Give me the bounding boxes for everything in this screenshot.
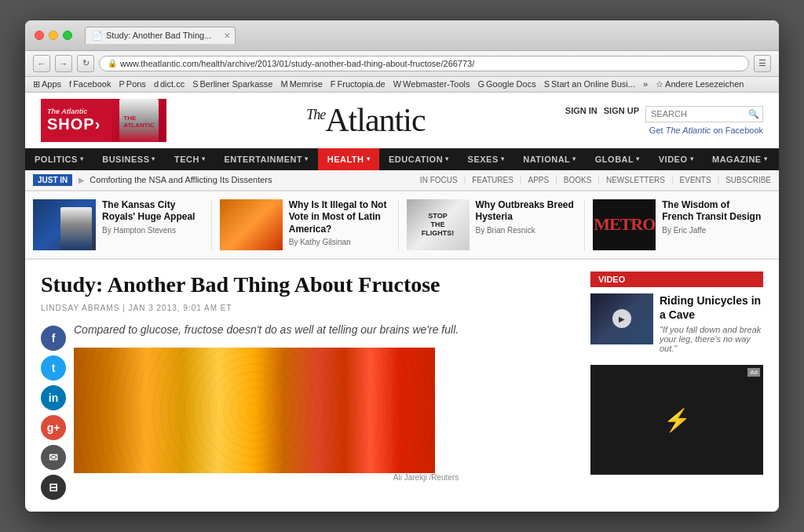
featured-title-latin: Why Is It Illegal to Not Vote in Most of… <box>289 199 390 236</box>
article-summary: Compared to glucose, fructose doesn't do… <box>74 322 459 338</box>
browser-tab[interactable]: 📄 Study: Another Bad Thing... ✕ <box>85 27 236 44</box>
chevron-down-icon: ▾ <box>367 155 371 162</box>
forward-button[interactable]: → <box>55 55 72 72</box>
refresh-button[interactable]: ↻ <box>77 55 94 72</box>
nav-entertainment[interactable]: ENTERTAINMENT▾ <box>214 148 317 170</box>
shop-label: SHOP› <box>47 115 100 133</box>
nav-global[interactable]: GLOBAL▾ <box>586 148 649 170</box>
link-books[interactable]: BOOKS <box>564 176 592 184</box>
back-button[interactable]: ← <box>33 55 50 72</box>
chevron-down-icon: ▾ <box>572 155 576 162</box>
search-icon[interactable]: 🔍 <box>748 109 759 119</box>
featured-item-metro[interactable]: METRO The Wisdom of French Transit Desig… <box>593 199 771 250</box>
social-google-button[interactable]: g+ <box>41 415 66 440</box>
search-bar[interactable]: 🔍 <box>645 106 763 122</box>
chevron-down-icon: ▾ <box>152 155 155 162</box>
sign-up-link[interactable]: SIGN UP <box>604 106 639 122</box>
featured-item-flights[interactable]: STOPTHEFLIGHTS! Why Outbreaks Breed Hyst… <box>407 199 586 250</box>
video-section: VIDEO ▶ Riding Unicycles in a Cave "If y… <box>590 271 763 353</box>
linkedin-icon: in <box>49 392 58 404</box>
article-image-wrap: Ali Jarekji /Reuters <box>74 348 459 482</box>
url-bar[interactable]: 🔒 www.theatlantic.com/health/archive/201… <box>99 56 749 71</box>
link-newsletters[interactable]: NEWSLETTERS <box>606 176 665 184</box>
featured-thumb-latin <box>220 199 283 250</box>
minimize-button[interactable] <box>49 31 58 40</box>
nav-tech[interactable]: TECH▾ <box>165 148 214 170</box>
tab-close-button[interactable]: ✕ <box>224 31 230 40</box>
bookmark-dictcc[interactable]: d dict.cc <box>154 79 185 89</box>
chevron-down-icon: ▾ <box>690 155 694 162</box>
bookmark-facebook[interactable]: f Facebook <box>69 79 111 89</box>
search-input[interactable] <box>651 109 745 118</box>
social-email-button[interactable]: ✉ <box>41 445 66 470</box>
link-events[interactable]: EVENTS <box>680 176 711 184</box>
link-in-focus[interactable]: IN FOCUS <box>420 176 458 184</box>
shop-banner[interactable]: The Atlantic SHOP› THEATLANTIC <box>41 99 166 142</box>
chevron-down-icon: ▾ <box>445 155 449 162</box>
article-title: Study: Another Bad Thing About Fructose <box>41 271 575 298</box>
featured-text-latin: Why Is It Illegal to Not Vote in Most of… <box>289 199 390 250</box>
featured-text-royals: The Kansas City Royals' Huge Appeal By H… <box>102 199 203 250</box>
bookmark-more[interactable]: » <box>643 79 648 89</box>
article-body-wrap: f t in g+ ✉ <box>41 322 575 500</box>
social-linkedin-button[interactable]: in <box>41 385 66 410</box>
link-apps[interactable]: APPS <box>528 176 549 184</box>
bookmark-pons[interactable]: P Pons <box>119 79 145 89</box>
nav-magazine[interactable]: MAGAZINE▾ <box>703 148 777 170</box>
bookmark-online-busi[interactable]: S Start an Online Busi... <box>544 79 635 89</box>
just-in-arrow: ▶ <box>79 176 85 184</box>
featured-item-latin[interactable]: Why Is It Illegal to Not Vote in Most of… <box>220 199 399 250</box>
featured-title-metro: The Wisdom of French Transit Design <box>662 199 763 224</box>
facebook-promo-link[interactable]: Get The Atlantic on Facebook <box>649 126 763 135</box>
bookmark-memrise[interactable]: M Memrise <box>280 79 322 89</box>
header-right: SIGN IN SIGN UP 🔍 Get The Atlantic on Fa… <box>565 106 763 135</box>
chevron-down-icon: ▾ <box>80 155 84 162</box>
social-twitter-button[interactable]: t <box>41 355 66 381</box>
social-facebook-button[interactable]: f <box>41 326 66 351</box>
nav-national[interactable]: NATIONAL▾ <box>513 148 586 170</box>
tab-bar: 📄 Study: Another Bad Thing... ✕ <box>85 27 769 44</box>
link-subscribe[interactable]: SUBSCRIBE <box>725 176 771 184</box>
main-content: Study: Another Bad Thing About Fructose … <box>25 260 779 512</box>
featured-thumb-metro: METRO <box>593 199 656 250</box>
just-in-headline[interactable]: Comforting the NSA and Afflicting Its Di… <box>90 175 272 184</box>
article-section: Study: Another Bad Thing About Fructose … <box>41 271 590 501</box>
bookmark-sparkasse[interactable]: S Berliner Sparkasse <box>192 79 272 89</box>
menu-button[interactable]: ☰ <box>754 55 771 72</box>
nav-politics[interactable]: POLITICS▾ <box>25 148 93 170</box>
social-print-button[interactable]: ⊟ <box>41 475 66 500</box>
facebook-icon: f <box>52 332 56 344</box>
maximize-button[interactable] <box>63 31 72 40</box>
nav-business[interactable]: BUSINESS▾ <box>93 148 165 170</box>
featured-text-flights: Why Outbreaks Breed Hysteria By Brian Re… <box>476 199 577 250</box>
bookmark-webmaster[interactable]: W Webmaster-Tools <box>393 79 470 89</box>
bookmark-apps[interactable]: ⊞ Apps <box>33 79 61 89</box>
article-image <box>74 348 435 473</box>
site-logo[interactable]: TheAtlantic <box>166 101 565 139</box>
nav-health[interactable]: HEALTH▾ <box>318 148 379 170</box>
bookmark-andere[interactable]: ☆ Andere Lesezeichen <box>656 79 744 89</box>
featured-title-royals: The Kansas City Royals' Huge Appeal <box>102 199 203 224</box>
bookmark-gdocs[interactable]: G Google Docs <box>477 79 535 89</box>
url-text: www.theatlantic.com/health/archive/2013/… <box>120 59 474 68</box>
play-button[interactable]: ▶ <box>612 309 631 328</box>
bookmark-fructopia[interactable]: F Fructopia.de <box>331 79 386 89</box>
video-card[interactable]: ▶ Riding Unicycles in a Cave "If you fal… <box>590 293 763 353</box>
video-quote: "If you fall down and break your leg, th… <box>660 325 763 353</box>
article-date: JAN 3 2013, 9:01 AM ET <box>129 304 232 312</box>
chevron-down-icon: ▾ <box>501 155 505 162</box>
link-features[interactable]: FEATURES <box>472 176 513 184</box>
just-in-bar: JUST IN ▶ Comforting the NSA and Afflict… <box>25 170 779 191</box>
featured-author-flights: By Brian Resnick <box>476 226 577 235</box>
close-button[interactable] <box>35 31 44 40</box>
nav-education[interactable]: EDUCATION▾ <box>379 148 459 170</box>
sign-in-link[interactable]: SIGN IN <box>565 106 598 122</box>
nav-menu: POLITICS▾ BUSINESS▾ TECH▾ ENTERTAINMENT▾… <box>25 148 779 170</box>
nav-sexes[interactable]: SEXES▾ <box>459 148 514 170</box>
bookmarks-bar: ⊞ Apps f Facebook P Pons d dict.cc S Ber… <box>25 77 779 93</box>
featured-item-royals[interactable]: The Kansas City Royals' Huge Appeal By H… <box>33 199 212 250</box>
advertisement-box: Ad ⚡ <box>590 365 763 475</box>
nav-video[interactable]: VIDEO▾ <box>649 148 703 170</box>
chevron-down-icon: ▾ <box>636 155 640 162</box>
atlantic-header: The Atlantic SHOP› THEATLANTIC TheAtlant… <box>25 93 779 191</box>
